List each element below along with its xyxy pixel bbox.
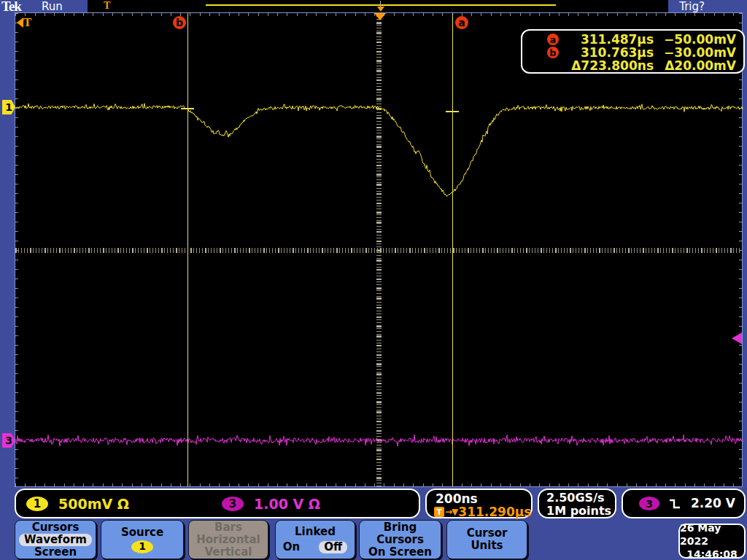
record-view-strip: T (88, 0, 668, 13)
cursors-title: Cursors (32, 521, 80, 534)
menu-bring-cursors-button[interactable]: Bring Cursors On Screen (359, 520, 441, 559)
time-value: 14:46:08 (686, 548, 738, 560)
readout-b-badge: b (547, 47, 559, 58)
trigger-t-label: T (23, 18, 31, 28)
trigger-time-value: 311.290µs (458, 505, 531, 519)
cursor-b-badge: b (173, 16, 186, 29)
cursor-readout-box: a 311.487µs −50.00mV b 310.763µs −30.00m… (521, 29, 745, 74)
top-status-bar: Tek Run T Trig? (0, 0, 747, 13)
menu-bars-button: Bars Horizontal Vertical (188, 520, 268, 559)
waveform-traces (15, 13, 743, 488)
cursor-b-voltage: −30.00mV (654, 45, 736, 60)
bring-line1: Bring (384, 521, 417, 534)
source-channel-badge: 1 (131, 540, 153, 553)
cursors-screen-option[interactable]: Screen (34, 546, 77, 559)
cursor-a-amplitude-tick (446, 111, 459, 112)
bring-line2: Cursors (376, 534, 424, 546)
menu-linked-button[interactable]: Linked On Off (275, 520, 355, 559)
oscilloscope-screen: Tek Run T Trig? b a T 1 3 (0, 0, 747, 560)
timebase-value: 200ns (436, 491, 478, 506)
trigger-source-badge: 3 (639, 497, 659, 510)
trigger-offscreen-flag: T (17, 18, 31, 28)
units-line1: Cursor (467, 527, 508, 540)
trace-ch3 (15, 435, 743, 446)
trace-ch1 (15, 104, 743, 196)
menu-cursors-mode-button[interactable]: Cursors Waveform Screen (15, 520, 96, 559)
trigger-arrow-icons: →▼ (445, 507, 457, 517)
trigger-time-row: T →▼ 311.290µs (434, 505, 531, 519)
left-arrow-icon (17, 18, 23, 28)
record-trigger-marker-icon (377, 7, 384, 12)
menu-cursor-units-button[interactable]: Cursor Units (446, 520, 527, 559)
cursor-b-line[interactable] (187, 13, 188, 486)
trigger-status-label: Trig? (679, 0, 705, 13)
acquisition-run-status: Run (42, 0, 63, 13)
linked-on-option[interactable]: On (283, 541, 300, 553)
bars-vertical-option: Vertical (205, 546, 252, 559)
trigger-position-marker-icon[interactable] (374, 13, 386, 20)
date-value: 26 May 2022 (680, 521, 744, 548)
cursor-b-amplitude-tick (181, 108, 194, 109)
bring-line3: On Screen (368, 546, 432, 559)
bars-horizontal-option: Horizontal (196, 534, 260, 546)
units-line2: Units (471, 540, 503, 552)
horizontal-readout-box: 200ns T →▼ 311.290µs (425, 489, 533, 518)
channel1-badge[interactable]: 1 (26, 497, 48, 511)
channel1-ground-marker[interactable]: 1 (2, 100, 15, 114)
channel1-scale: 500mV Ω (58, 496, 129, 512)
linked-off-option[interactable]: Off (319, 541, 347, 553)
channel3-ground-marker[interactable]: 3 (2, 433, 15, 448)
acquisition-readout-box: 2.50GS/s 1M points (538, 489, 616, 518)
cursor-b-time: 310.763µs (559, 45, 654, 60)
cursor-delta-time: Δ723.800ns (530, 58, 654, 73)
trigger-level-value: 2.20 V (691, 496, 735, 510)
graticule: b a T 1 3 a 311.487µs −50.00mV b 310.763… (15, 12, 743, 487)
cursor-a-badge: a (455, 16, 468, 29)
falling-edge-icon (668, 497, 681, 510)
record-trigger-t-icon: T (104, 0, 110, 12)
source-title: Source (121, 526, 163, 539)
cursor-a-voltage: −50.00mV (654, 32, 736, 47)
channel-readout-box: 1 500mV Ω 3 1.00 V Ω (15, 489, 420, 518)
record-view-line (206, 4, 556, 6)
record-length: 1M points (539, 505, 615, 518)
readout-row-delta: Δ723.800ns Δ20.00mV (530, 59, 736, 72)
sample-rate: 2.50GS/s (539, 490, 615, 505)
linked-title: Linked (295, 526, 336, 538)
channel3-badge[interactable]: 3 (222, 497, 244, 511)
cursor-a-line[interactable] (452, 13, 453, 486)
bars-title: Bars (214, 521, 242, 534)
cursor-a-time: 311.487µs (559, 32, 654, 47)
channel3-scale: 1.00 V Ω (254, 496, 320, 512)
readout-row-b: b 310.763µs −30.00mV (530, 46, 736, 59)
cursors-waveform-option[interactable]: Waveform (19, 534, 92, 546)
trigger-readout-box: 3 2.20 V (622, 489, 746, 518)
readout-a-badge: a (547, 34, 559, 45)
trigger-t-icon: T (434, 507, 444, 517)
cursor-delta-voltage: Δ20.00mV (654, 58, 736, 73)
datetime-box: 26 May 2022 14:46:08 (678, 524, 746, 559)
menu-source-button[interactable]: Source 1 (101, 520, 184, 559)
readout-row-a: a 311.487µs −50.00mV (530, 33, 736, 46)
